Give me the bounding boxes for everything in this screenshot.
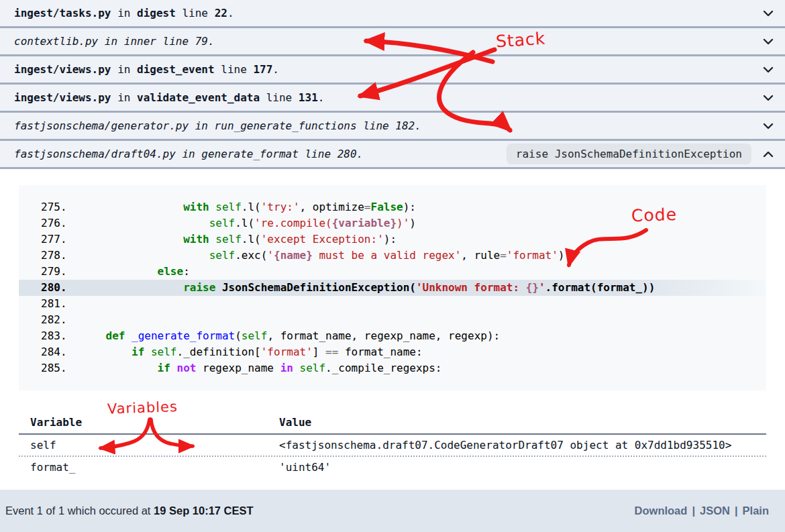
chevron-up-icon[interactable]: [761, 151, 776, 158]
code-line: 282.: [19, 312, 766, 328]
variable-name-cell: self: [19, 435, 268, 456]
stack-frame[interactable]: ingest/views.py in digest_event line 177…: [0, 56, 785, 85]
frame-location: ingest/views.py in validate_event_data l…: [14, 91, 324, 104]
link-separator: |: [692, 504, 695, 517]
table-row: format_'uint64': [19, 457, 766, 478]
stack-frame[interactable]: fastjsonschema/draft04.py in generate_fo…: [0, 141, 785, 169]
code-line: 284. if self._definition['format'] == fo…: [19, 344, 766, 360]
column-header-variable: Variable: [19, 416, 268, 429]
variable-value-cell: <fastjsonschema.draft07.CodeGeneratorDra…: [268, 435, 766, 456]
variables-table-header: Variable Value: [19, 413, 766, 435]
table-row: self<fastjsonschema.draft07.CodeGenerato…: [19, 435, 766, 457]
line-number: 275.: [41, 199, 80, 215]
stack-frame[interactable]: fastjsonschema/generator.py in run_gener…: [0, 113, 785, 141]
stack-frame[interactable]: contextlib.py in inner line 79.: [0, 28, 785, 56]
event-info: Event 1 of 1 which occured at 19 Sep 10:…: [5, 504, 254, 517]
code-line: 283. def _generate_format(self, format_n…: [19, 328, 766, 344]
code-line: 275. with self.l('try:', optimize=False)…: [19, 199, 766, 215]
stack-frame[interactable]: ingest/views.py in validate_event_data l…: [0, 85, 785, 113]
chevron-down-icon[interactable]: [761, 66, 776, 73]
line-number: 277.: [41, 231, 80, 248]
variables-table: Variable Value self<fastjsonschema.draft…: [19, 413, 766, 478]
variable-value-cell: 'uint64': [268, 457, 766, 478]
line-number: 279.: [41, 264, 80, 280]
variables-table-body: self<fastjsonschema.draft07.CodeGenerato…: [19, 435, 766, 478]
line-number: 283.: [41, 328, 80, 344]
code-line: 277. with self.l('except Exception:'):: [19, 231, 766, 248]
line-number: 278.: [41, 248, 80, 264]
code-line: 285. if not regexp_name in self._compile…: [19, 360, 766, 376]
code-line: 279. else:: [19, 264, 766, 280]
frame-location: contextlib.py in inner line 79.: [14, 35, 215, 48]
chevron-down-icon[interactable]: [761, 10, 776, 17]
footer-bar: Event 1 of 1 which occured at 19 Sep 10:…: [0, 490, 785, 532]
chevron-down-icon[interactable]: [761, 38, 776, 45]
chevron-down-icon[interactable]: [761, 95, 776, 101]
line-number: 282.: [41, 312, 80, 328]
frame-location: ingest/tasks.py in digest line 22.: [14, 7, 234, 19]
column-header-value: Value: [268, 416, 766, 429]
footer-link-download[interactable]: Download: [635, 504, 688, 517]
event-info-text: Event 1 of 1 which occured at: [5, 504, 154, 517]
code-line: 276. self.l('re.compile({variable})'): [19, 215, 766, 231]
code-line: 280. raise JsonSchemaDefinitionException…: [19, 280, 766, 296]
stack-trace-list: ingest/tasks.py in digest line 22.contex…: [0, 0, 785, 169]
code-line: 281.: [19, 296, 766, 312]
event-timestamp: 19 Sep 10:17 CEST: [154, 504, 254, 517]
code-line: 278. self.exc('{name} must be a valid re…: [19, 248, 766, 264]
frame-location: fastjsonschema/generator.py in run_gener…: [14, 119, 421, 132]
code-viewer: 275. with self.l('try:', optimize=False)…: [19, 185, 766, 390]
footer-link-plain[interactable]: Plain: [743, 504, 769, 517]
frame-location: ingest/views.py in digest_event line 177…: [14, 63, 279, 76]
line-number: 281.: [41, 296, 80, 312]
footer-links: Download|JSON|Plain: [635, 504, 769, 517]
line-number: 276.: [41, 215, 80, 231]
frame-location: fastjsonschema/draft04.py in generate_fo…: [14, 148, 363, 160]
link-separator: |: [735, 504, 738, 517]
footer-link-json[interactable]: JSON: [700, 504, 730, 517]
line-number: 285.: [41, 360, 80, 376]
exception-badge: raise JsonSchemaDefinitionException: [507, 144, 751, 164]
stack-frame[interactable]: ingest/tasks.py in digest line 22.: [0, 0, 785, 28]
line-number: 280.: [41, 280, 80, 296]
variable-name-cell: format_: [19, 457, 268, 478]
line-number: 284.: [41, 344, 80, 360]
chevron-down-icon[interactable]: [761, 123, 776, 129]
